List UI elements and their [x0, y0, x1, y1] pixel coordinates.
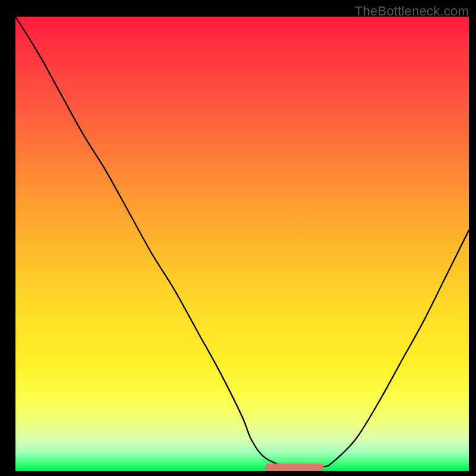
optimal-range-marker [265, 464, 324, 471]
watermark-text: TheBottleneck.com [355, 4, 469, 19]
bottleneck-curve [15, 17, 469, 468]
chart-area [15, 17, 469, 471]
chart-svg [15, 17, 469, 471]
